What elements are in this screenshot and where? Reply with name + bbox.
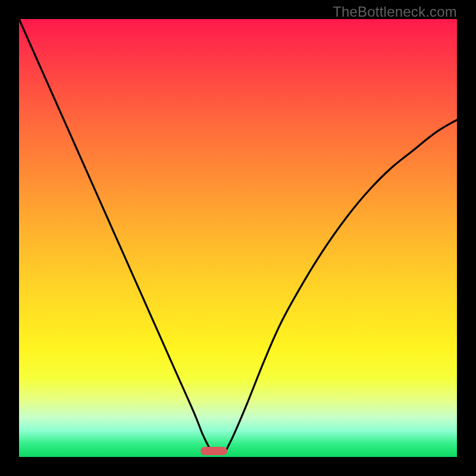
plot-area: [19, 19, 457, 457]
chart-frame: TheBottleneck.com: [0, 0, 476, 476]
bottleneck-marker: [201, 447, 227, 455]
watermark-text: TheBottleneck.com: [333, 4, 457, 20]
background-gradient: [19, 19, 457, 457]
